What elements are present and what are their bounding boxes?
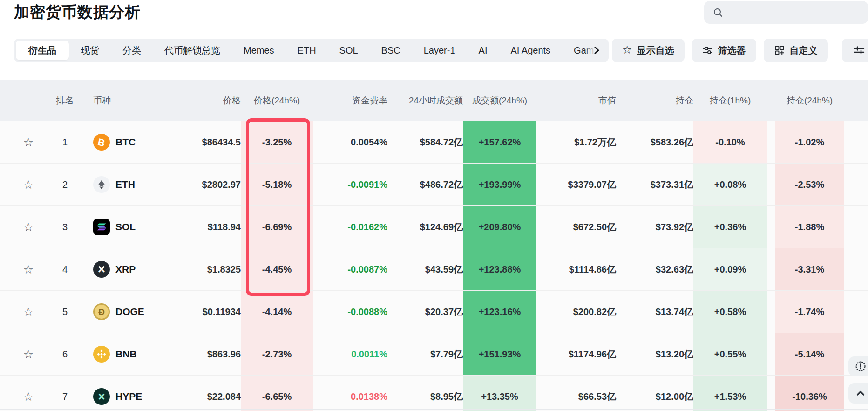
adjustments-button[interactable]: [842, 39, 868, 62]
coin-glyph: Ð: [98, 308, 105, 316]
favorite-star-icon[interactable]: ☆: [23, 221, 34, 233]
button-label: 筛选器: [718, 44, 746, 57]
price-change-cell: -6.65%: [241, 376, 313, 411]
table-row[interactable]: ☆2ETH$2802.97-5.18%-0.0091%$486.72亿+193.…: [0, 164, 868, 206]
favorite-star-icon[interactable]: ☆: [23, 391, 34, 403]
header-market-cap[interactable]: 市值: [536, 80, 616, 121]
price-cell: $863.96: [171, 333, 241, 375]
cell-value: $672.50亿: [573, 221, 616, 233]
cell-value: $1174.96亿: [569, 348, 616, 361]
cell-value: $43.59亿: [425, 263, 463, 276]
favorite-star-icon[interactable]: ☆: [23, 137, 34, 148]
volume-change-cell: +123.88%: [463, 248, 536, 290]
coin-icon-bnb: [93, 346, 110, 363]
cell-value: 4: [62, 264, 68, 275]
cell-value: -6.69%: [262, 222, 292, 233]
table-header-row: 排名币种价格价格(24h%)资金费率24小时成交额成交额(24h%)市值持仓持仓…: [0, 80, 868, 121]
favorite-star-icon[interactable]: ☆: [23, 264, 34, 275]
tab-eth[interactable]: ETH: [286, 45, 328, 56]
rank-cell: 3: [43, 206, 87, 248]
cell-value: 0.0011%: [351, 349, 387, 360]
filter-button[interactable]: 筛选器: [692, 39, 756, 62]
favorite-cell: ☆: [14, 206, 43, 248]
cell-value: -3.31%: [795, 264, 824, 275]
favorite-cell: ☆: [14, 121, 43, 163]
coin-glyph: B: [97, 137, 106, 148]
cell-value: -2.53%: [795, 179, 824, 190]
volume-change-cell: +157.62%: [463, 121, 536, 163]
open-interest-cell: $583.26亿: [616, 121, 693, 163]
tab-sol[interactable]: SOL: [328, 45, 370, 56]
favorite-star-icon[interactable]: ☆: [23, 179, 34, 191]
tab-ai-agents[interactable]: AI Agents: [499, 45, 562, 56]
favorite-star-icon[interactable]: ☆: [23, 349, 34, 360]
search-icon: [712, 7, 724, 18]
header-oi-24h-change[interactable]: 持仓(24h%): [775, 80, 844, 121]
oi-1h-change-cell: +0.55%: [693, 333, 767, 375]
header-24h-volume[interactable]: 24小时成交额: [387, 80, 463, 121]
top-navigation: 衍生品现货分类代币解锁总览MemesETHSOLBSCLayer-1AIAI A…: [14, 39, 868, 62]
table-row[interactable]: ☆3SOL$118.94-6.69%-0.0162%$124.69亿+209.8…: [0, 206, 868, 248]
tab-derivatives[interactable]: 衍生品: [16, 41, 69, 60]
favorite-star-icon[interactable]: ☆: [23, 306, 34, 318]
coin-symbol: SOL: [115, 221, 136, 233]
oi-24h-change-cell: -3.31%: [775, 248, 844, 290]
table-row[interactable]: ☆7×HYPE$22.084-6.65%0.0138%$8.95亿+13.35%…: [0, 376, 868, 411]
header-rank[interactable]: 排名: [43, 80, 87, 121]
price-cell: $22.084: [171, 376, 241, 411]
header-open-interest[interactable]: 持仓: [616, 80, 693, 121]
open-interest-cell: $13.74亿: [616, 291, 693, 333]
market-cap-cell: $672.50亿: [536, 206, 616, 248]
coin-symbol: BNB: [115, 349, 137, 360]
coin-cell: BNB: [87, 333, 171, 375]
cell-value: +0.09%: [714, 264, 746, 275]
favorite-cell: ☆: [14, 164, 43, 206]
table-row[interactable]: ☆4×XRP$1.8325-4.45%-0.0087%$43.59亿+123.8…: [0, 248, 868, 291]
scroll-top-button[interactable]: [848, 383, 868, 404]
cell-value: $0.11934: [203, 307, 241, 317]
header-funding-rate[interactable]: 资金费率: [313, 80, 387, 121]
cell-value: $1.8325: [207, 264, 241, 275]
coin-icon-doge: Ð: [93, 303, 110, 320]
header-price[interactable]: 价格: [171, 80, 241, 121]
header-oi-1h-change[interactable]: 持仓(1h%): [693, 80, 767, 121]
tab-layer-1[interactable]: Layer-1: [412, 45, 467, 56]
cell-value: $124.69亿: [420, 221, 463, 233]
cell-value: $373.31亿: [651, 178, 693, 191]
volume-cell: $124.69亿: [387, 206, 463, 248]
table-body: ☆1BBTC$86434.5-3.25%0.0054%$584.72亿+157.…: [0, 121, 868, 411]
tab-spot[interactable]: 现货: [69, 44, 111, 57]
header-volume-24h-change[interactable]: 成交额(24h%): [463, 80, 536, 121]
search-input[interactable]: [728, 7, 861, 17]
table-row[interactable]: ☆1BBTC$86434.5-3.25%0.0054%$584.72亿+157.…: [0, 121, 868, 164]
category-tabs: 衍生品现货分类代币解锁总览MemesETHSOLBSCLayer-1AIAI A…: [14, 39, 609, 62]
volume-cell: $43.59亿: [387, 248, 463, 290]
oi-1h-change-cell: +0.58%: [693, 291, 767, 333]
customize-button[interactable]: 自定义: [764, 39, 828, 62]
cell-value: +0.55%: [714, 349, 746, 360]
tab-ai[interactable]: AI: [467, 45, 499, 56]
cell-value: $20.37亿: [425, 306, 463, 318]
volume-cell: $20.37亿: [387, 291, 463, 333]
feedback-button[interactable]: [848, 356, 868, 376]
table-row[interactable]: ☆6BNB$863.96-2.73%0.0011%$7.79亿+151.93%$…: [0, 333, 868, 376]
header-coin[interactable]: 币种: [87, 80, 171, 121]
open-interest-cell: $12.00亿: [616, 376, 693, 411]
price-change-cell: -6.69%: [241, 206, 313, 248]
tab-categories[interactable]: 分类: [111, 44, 153, 57]
header-price-24h-change[interactable]: 价格(24h%): [241, 80, 313, 121]
show-favorites-button[interactable]: ☆显示自选: [612, 39, 685, 62]
coin-symbol: HYPE: [115, 391, 142, 402]
cell-value: -5.14%: [795, 349, 824, 360]
tab-bsc[interactable]: BSC: [370, 45, 412, 56]
oi-24h-change-cell: -2.53%: [775, 164, 844, 206]
tab-memes[interactable]: Memes: [232, 45, 286, 56]
oi-1h-change-cell: +0.36%: [693, 206, 767, 248]
coin-cell: ÐDOGE: [87, 291, 171, 333]
table-row[interactable]: ☆5ÐDOGE$0.11934-4.14%-0.0088%$20.37亿+123…: [0, 291, 868, 333]
star-icon: ☆: [622, 44, 632, 55]
tabs-scroll-right-chevron-icon[interactable]: [584, 39, 609, 62]
tab-token-unlocks[interactable]: 代币解锁总览: [153, 44, 232, 57]
coin-icon-xrp: ×: [93, 261, 110, 278]
funding-rate-cell: -0.0162%: [313, 206, 387, 248]
